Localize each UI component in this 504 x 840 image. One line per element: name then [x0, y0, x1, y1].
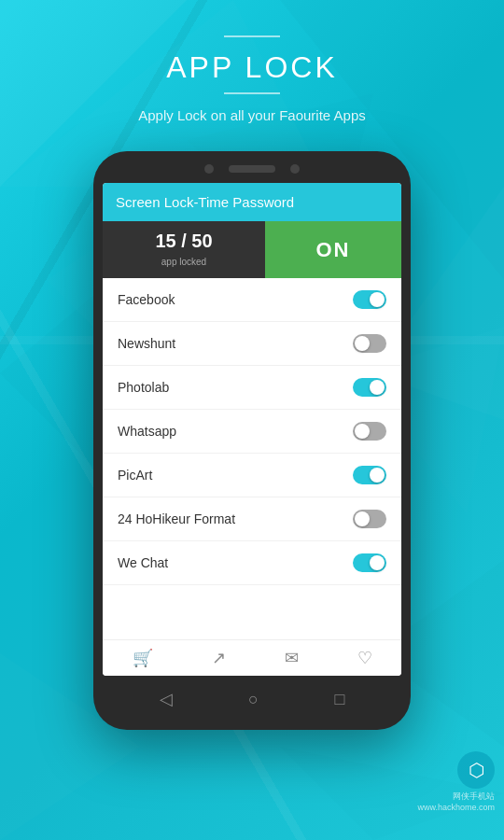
- app-name: Newshunt: [118, 336, 175, 351]
- app-toggle[interactable]: [353, 553, 386, 572]
- watermark-brand: 网侠手机站: [453, 791, 495, 803]
- phone-top-bar: [103, 164, 401, 174]
- list-item: PicArt: [103, 454, 401, 497]
- phone-bottom-nav: 🛒↗✉♡: [103, 639, 401, 676]
- list-item: 24 HoHikeur Format: [103, 497, 401, 541]
- hw-button-1[interactable]: ○: [248, 690, 259, 709]
- app-name: Facebook: [118, 292, 175, 307]
- list-item: Facebook: [103, 278, 401, 322]
- stats-bar: 15 / 50 app locked ON: [103, 221, 401, 278]
- app-name: 24 HoHikeur Format: [118, 511, 235, 526]
- page-title: APP LOCK: [0, 50, 504, 85]
- page-subtitle: Apply Lock on all your Faourite Apps: [0, 107, 504, 123]
- app-list: FacebookNewshuntPhotolabWhatsappPicArt24…: [103, 278, 401, 639]
- app-toggle[interactable]: [353, 334, 386, 353]
- header-divider: [224, 35, 280, 37]
- header-divider-bottom: [224, 92, 280, 94]
- phone-wrapper: Screen Lock-Time Password 15 / 50 app lo…: [0, 151, 504, 730]
- toggle-knob: [370, 292, 385, 307]
- toggle-knob: [370, 555, 385, 570]
- app-toggle[interactable]: [353, 378, 386, 397]
- phone-camera-2: [290, 164, 300, 174]
- toggle-knob: [355, 511, 370, 526]
- list-item: Newshunt: [103, 322, 401, 366]
- phone-speaker: [229, 165, 275, 173]
- toggle-knob: [355, 424, 370, 439]
- list-item: Whatsapp: [103, 410, 401, 454]
- phone-mockup: Screen Lock-Time Password 15 / 50 app lo…: [93, 151, 411, 730]
- app-toggle[interactable]: [353, 290, 386, 309]
- lock-number: 15 / 50: [116, 231, 252, 252]
- app-toggle[interactable]: [353, 422, 386, 441]
- app-toggle[interactable]: [353, 466, 386, 484]
- lock-status-on[interactable]: ON: [265, 221, 401, 278]
- phone-hardware-buttons: ◁○□: [103, 681, 401, 717]
- watermark-site: www.hackhome.com: [417, 803, 495, 812]
- list-item: Photolab: [103, 366, 401, 410]
- lock-label: app locked: [161, 257, 206, 267]
- nav-icon-3[interactable]: ♡: [357, 648, 372, 668]
- app-toggle[interactable]: [353, 510, 386, 528]
- list-item: We Chat: [103, 541, 401, 585]
- watermark: ⬡ 网侠手机站 www.hackhome.com: [417, 751, 495, 812]
- header-area: APP LOCK Apply Lock on all your Faourite…: [0, 0, 504, 142]
- app-header-bar: Screen Lock-Time Password: [103, 183, 401, 221]
- phone-screen: Screen Lock-Time Password 15 / 50 app lo…: [103, 183, 401, 676]
- nav-icon-2[interactable]: ✉: [285, 648, 299, 668]
- hw-button-2[interactable]: □: [334, 690, 344, 709]
- watermark-icon: ⬡: [457, 751, 495, 789]
- app-name: Whatsapp: [118, 424, 176, 439]
- app-name: PicArt: [118, 468, 152, 483]
- app-lock-count: 15 / 50 app locked: [103, 221, 265, 278]
- nav-icon-1[interactable]: ↗: [212, 648, 226, 668]
- phone-camera: [204, 164, 214, 174]
- hw-button-0[interactable]: ◁: [160, 689, 173, 709]
- toggle-knob: [370, 468, 385, 483]
- nav-icon-0[interactable]: 🛒: [133, 648, 153, 668]
- app-name: Photolab: [118, 380, 169, 395]
- toggle-knob: [370, 380, 385, 395]
- toggle-knob: [355, 336, 370, 351]
- app-name: We Chat: [118, 555, 168, 570]
